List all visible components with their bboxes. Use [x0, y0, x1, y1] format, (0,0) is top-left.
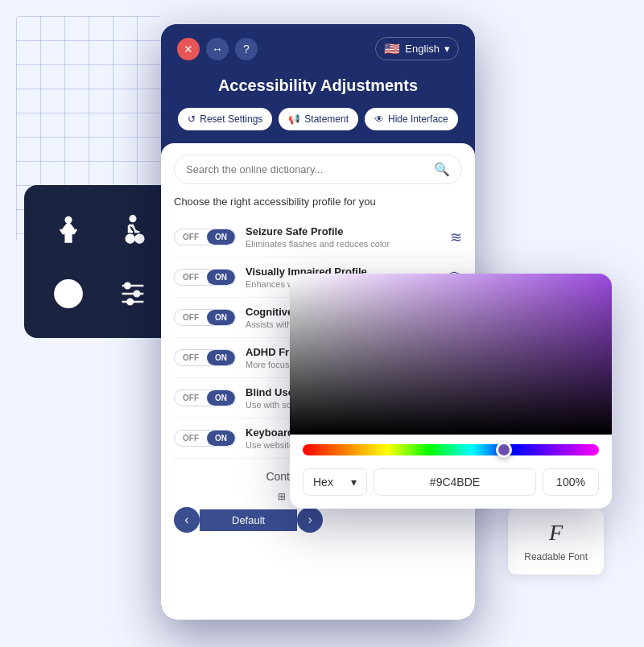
svg-point-11 [134, 291, 140, 297]
format-selector[interactable]: Hex ▾ [303, 468, 367, 496]
adhd-off-btn[interactable]: OFF [175, 350, 207, 365]
cognitive-off-btn[interactable]: OFF [175, 310, 207, 325]
flag-icon: 🇺🇸 [384, 41, 400, 56]
sliders-icon-cell [105, 266, 161, 322]
language-selector[interactable]: 🇺🇸 English ▾ [375, 37, 459, 60]
statement-button[interactable]: 📢 Statement [279, 108, 358, 130]
hue-slider-thumb [496, 442, 512, 458]
keyboard-off-btn[interactable]: OFF [175, 431, 207, 446]
hue-slider[interactable] [303, 444, 599, 455]
seizure-on-btn[interactable]: ON [207, 229, 235, 245]
color-gradient-area[interactable] [290, 274, 612, 435]
keyboard-toggle[interactable]: OFF ON [174, 430, 236, 447]
hide-interface-button[interactable]: 👁 Hide Interface [365, 108, 458, 130]
opacity-input[interactable] [543, 468, 599, 496]
chevron-down-icon: ▾ [444, 43, 450, 55]
format-chevron-icon: ▾ [351, 476, 357, 488]
blind-on-btn[interactable]: ON [207, 390, 235, 406]
hex-value-input[interactable] [374, 468, 536, 496]
sliders-icon [117, 278, 149, 310]
svg-point-10 [125, 283, 130, 289]
seizure-info: Seizure Safe Profile Eliminates flashes … [246, 225, 440, 249]
seizure-icon: ≋ [450, 229, 462, 246]
language-label: English [405, 43, 440, 55]
seizure-name: Seizure Safe Profile [246, 225, 440, 237]
wheelchair-icon [117, 213, 149, 245]
search-icon: 🔍 [434, 162, 450, 177]
readable-font-label: Readable Font [524, 551, 588, 563]
svg-point-2 [126, 235, 134, 243]
search-input[interactable] [186, 163, 427, 175]
wheelchair-icon-cell [105, 201, 161, 258]
seizure-desc: Eliminates flashes and reduces color [246, 239, 440, 249]
hide-icon: 👁 [374, 113, 384, 125]
visually-impaired-toggle[interactable]: OFF ON [174, 269, 236, 286]
seizure-off-btn[interactable]: OFF [175, 229, 207, 245]
scaling-frame-icon: ⊞ [278, 491, 286, 502]
hide-label: Hide Interface [388, 113, 448, 125]
adhd-toggle[interactable]: OFF ON [174, 349, 236, 366]
statement-label: Statement [304, 113, 349, 125]
reset-settings-button[interactable]: ↺ Reset Settings [178, 108, 272, 130]
color-inputs: Hex ▾ [290, 462, 612, 509]
svg-point-12 [127, 299, 133, 305]
scale-down-button[interactable]: ‹ [174, 507, 200, 533]
header-left-icons: ✕ ↔ ? [177, 38, 258, 60]
svg-point-6 [66, 291, 72, 297]
svg-point-1 [130, 216, 136, 221]
svg-point-3 [135, 235, 143, 243]
readable-font-card: F Readable Font [508, 509, 604, 575]
statement-icon: 📢 [288, 113, 300, 125]
cognitive-on-btn[interactable]: ON [207, 310, 235, 325]
scale-up-button[interactable]: › [297, 507, 323, 533]
color-picker-panel: Hex ▾ [290, 274, 612, 509]
blind-toggle[interactable]: OFF ON [174, 389, 236, 406]
adhd-on-btn[interactable]: ON [207, 350, 235, 365]
visually-impaired-on-btn[interactable]: ON [207, 270, 235, 285]
scale-value: Default [200, 509, 297, 531]
color-gradient-bg [290, 274, 612, 435]
visually-impaired-off-btn[interactable]: OFF [175, 270, 207, 285]
seizure-toggle[interactable]: OFF ON [174, 229, 236, 245]
panel-header: ✕ ↔ ? 🇺🇸 English ▾ [161, 24, 475, 70]
reset-icon: ↺ [188, 113, 196, 125]
panel-title: Accessibility Adjustments [161, 70, 475, 108]
keyboard-on-btn[interactable]: ON [207, 431, 235, 446]
blind-off-btn[interactable]: OFF [175, 390, 207, 406]
target-icon [52, 278, 85, 310]
accessibility-icon-cell [40, 201, 97, 258]
sidebar-icons-panel [24, 185, 177, 338]
profile-section-title: Choose the right accessibility profile f… [174, 196, 462, 208]
profile-item-seizure: OFF ON Seizure Safe Profile Eliminates f… [174, 217, 462, 258]
person-accessibility-icon [52, 213, 85, 245]
reset-label: Reset Settings [200, 113, 262, 125]
readable-font-icon: F [524, 520, 588, 546]
search-bar: 🔍 [174, 155, 462, 184]
rainbow-slider-container [290, 435, 612, 462]
help-button[interactable]: ? [235, 38, 258, 60]
format-label: Hex [313, 476, 333, 488]
scaling-controls: ‹ Default › [174, 507, 462, 533]
close-button[interactable]: ✕ [177, 38, 200, 60]
nav-button[interactable]: ↔ [206, 38, 229, 60]
action-buttons: ↺ Reset Settings 📢 Statement 👁 Hide Inte… [161, 108, 475, 143]
target-icon-cell [40, 266, 97, 322]
cognitive-toggle[interactable]: OFF ON [174, 309, 236, 326]
